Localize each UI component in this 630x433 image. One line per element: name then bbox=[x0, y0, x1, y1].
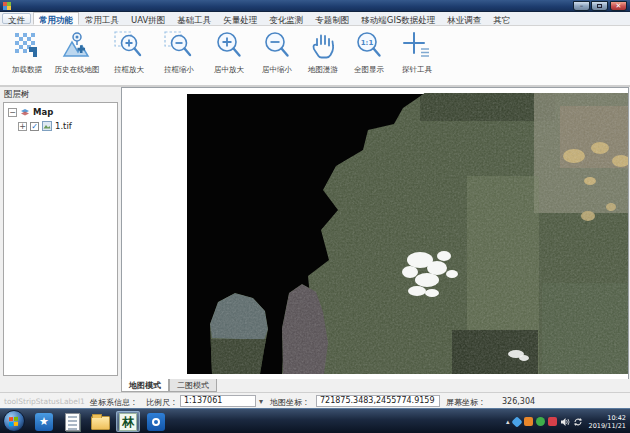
clock-date: 2019/11/21 bbox=[589, 422, 626, 430]
forest-app-icon: 林 bbox=[119, 413, 137, 431]
close-button[interactable]: ✕ bbox=[610, 1, 627, 11]
box-zoom-in-button[interactable]: 拉框放大 bbox=[104, 29, 154, 83]
windows-taskbar: ★ 林 ▴ bbox=[0, 408, 630, 433]
toolbar-item-label: 地图漫游 bbox=[298, 65, 348, 75]
center-zoom-in-icon bbox=[213, 30, 245, 62]
box-zoom-out-button[interactable]: 拉框缩小 bbox=[154, 29, 204, 83]
probe-tool-button[interactable]: 探针工具 bbox=[392, 29, 442, 83]
tree-node-label: Map bbox=[33, 107, 53, 117]
map-coord-label: 地图坐标 : bbox=[270, 397, 307, 408]
hidden-icons-arrow[interactable]: ▴ bbox=[506, 418, 510, 426]
satellite-map-canvas bbox=[122, 88, 628, 379]
collapse-icon[interactable]: − bbox=[8, 108, 17, 117]
toolbar-item-label: 居中放大 bbox=[204, 65, 254, 75]
ribbon-tab-bar: 文件 常用功能 常用工具 UAV拼图 基础工具 矢量处理 变化监测 专题制图 移… bbox=[0, 12, 630, 26]
expand-icon[interactable]: + bbox=[18, 122, 27, 131]
forest-gis-app-button[interactable]: 林 bbox=[116, 411, 140, 432]
status-bar: toolStripStatusLabel1 坐标系信息 : 比例尺 : 1:13… bbox=[0, 392, 630, 408]
start-button[interactable] bbox=[3, 410, 25, 432]
map-pan-button[interactable]: 地图漫游 bbox=[298, 29, 348, 83]
tab-file[interactable]: 文件 bbox=[2, 13, 31, 24]
folder-icon bbox=[91, 416, 110, 430]
star-app-button[interactable]: ★ bbox=[32, 411, 56, 432]
desktop: – ✕ 文件 常用功能 常用工具 UAV拼图 基础工具 矢量处理 变化监测 专题… bbox=[0, 0, 630, 433]
tray-blue-gem-icon[interactable] bbox=[511, 416, 522, 427]
history-online-map-icon bbox=[61, 30, 93, 62]
tab-vector-processing[interactable]: 矢量处理 bbox=[217, 12, 263, 25]
box-zoom-out-icon bbox=[163, 30, 195, 62]
map-group-icon bbox=[20, 107, 30, 117]
tree-node-map[interactable]: − Map bbox=[8, 107, 117, 117]
scale-dropdown-icon[interactable]: ▾ bbox=[259, 397, 263, 406]
tab-dual-map-mode[interactable]: 二图模式 bbox=[169, 379, 217, 392]
toolbar-item-label: 拉框缩小 bbox=[154, 65, 204, 75]
center-zoom-in-button[interactable]: 居中放大 bbox=[204, 29, 254, 83]
map-mode-tabs: 地图模式 二图模式 bbox=[121, 379, 629, 392]
map-viewport[interactable] bbox=[121, 87, 629, 380]
full-extent-button[interactable]: 1:1 全图显示 bbox=[344, 29, 394, 83]
minimize-button[interactable]: – bbox=[573, 1, 590, 11]
tab-basic-tools[interactable]: 基础工具 bbox=[171, 12, 217, 25]
screen-coord-label: 屏幕坐标 : bbox=[446, 397, 483, 408]
notepad-app-button[interactable] bbox=[60, 411, 84, 432]
tab-thematic-mapping[interactable]: 专题制图 bbox=[309, 12, 355, 25]
maximize-button[interactable] bbox=[591, 1, 608, 11]
tab-change-detection[interactable]: 变化监测 bbox=[263, 12, 309, 25]
tray-green-shield-icon[interactable] bbox=[536, 417, 545, 426]
layer-tree: − Map + ✓ 1.tif bbox=[3, 102, 118, 376]
toolbar-item-label: 探针工具 bbox=[392, 65, 442, 75]
svg-text:1:1: 1:1 bbox=[361, 39, 374, 47]
toolbar-item-label: 全图显示 bbox=[344, 65, 394, 75]
coord-system-label: 坐标系信息 : bbox=[90, 397, 135, 408]
app-logo-icon bbox=[3, 2, 11, 10]
layer-checkbox[interactable]: ✓ bbox=[30, 122, 39, 131]
toolbar-item-label: 加载数据 bbox=[2, 65, 52, 75]
tray-red-app-icon[interactable] bbox=[548, 417, 557, 426]
raster-layer-icon bbox=[42, 121, 52, 131]
title-bar: – ✕ bbox=[0, 0, 630, 12]
windows-start-icon bbox=[9, 416, 19, 426]
tree-node-layer[interactable]: + ✓ 1.tif bbox=[18, 121, 117, 131]
tab-other[interactable]: 其它 bbox=[487, 12, 516, 25]
clock-time: 10:42 bbox=[589, 414, 626, 422]
explorer-app-button[interactable] bbox=[88, 411, 112, 432]
history-online-map-button[interactable]: 历史在线地图 bbox=[52, 29, 102, 83]
tab-common-tools[interactable]: 常用工具 bbox=[79, 12, 125, 25]
scale-label: 比例尺 : bbox=[146, 397, 175, 408]
center-zoom-out-icon bbox=[261, 30, 293, 62]
sync-icon[interactable] bbox=[573, 417, 583, 427]
map-coord-value-box: 721875.3483,2455774.9159 bbox=[316, 395, 440, 407]
load-data-button[interactable]: 加载数据 bbox=[2, 29, 52, 83]
layer-panel-title: 图层树 bbox=[4, 89, 30, 101]
notepad-icon bbox=[65, 413, 80, 431]
status-placeholder-label: toolStripStatusLabel1 bbox=[4, 397, 85, 406]
main-content: 图层树 − Map + ✓ 1.tif bbox=[0, 86, 630, 379]
tab-mobile-gis-data[interactable]: 移动端GIS数据处理 bbox=[355, 12, 441, 25]
tab-common-functions[interactable]: 常用功能 bbox=[33, 12, 79, 25]
toolbar-item-label: 历史在线地图 bbox=[52, 65, 102, 75]
tab-forestry-survey[interactable]: 林业调查 bbox=[441, 12, 487, 25]
center-zoom-out-button[interactable]: 居中缩小 bbox=[252, 29, 302, 83]
taskbar-clock[interactable]: 10:42 2019/11/21 bbox=[589, 414, 626, 430]
toolbar-item-label: 拉框放大 bbox=[104, 65, 154, 75]
probe-tool-icon bbox=[401, 30, 433, 62]
pan-hand-icon bbox=[307, 30, 339, 62]
ribbon-toolbar: 加载数据 历史在线地图 拉框放大 bbox=[0, 26, 630, 86]
tab-map-mode[interactable]: 地图模式 bbox=[121, 379, 169, 392]
toolbar-item-label: 居中缩小 bbox=[252, 65, 302, 75]
system-tray: ▴ 10:42 2019/11/21 bbox=[506, 409, 628, 433]
volume-icon[interactable] bbox=[560, 417, 570, 427]
screen-coord-value: 326,304 bbox=[502, 397, 535, 406]
box-zoom-in-icon bbox=[113, 30, 145, 62]
full-extent-icon: 1:1 bbox=[353, 30, 385, 62]
tree-node-label: 1.tif bbox=[55, 121, 72, 131]
scale-value-box[interactable]: 1:137061 bbox=[180, 395, 256, 407]
load-data-icon bbox=[11, 30, 43, 62]
o-app-icon bbox=[147, 413, 165, 431]
tray-orange-app-icon[interactable] bbox=[524, 417, 533, 426]
tab-uav-mosaic[interactable]: UAV拼图 bbox=[125, 12, 171, 25]
o-app-button[interactable] bbox=[144, 411, 168, 432]
star-icon: ★ bbox=[35, 413, 53, 431]
maximize-icon bbox=[597, 4, 602, 8]
